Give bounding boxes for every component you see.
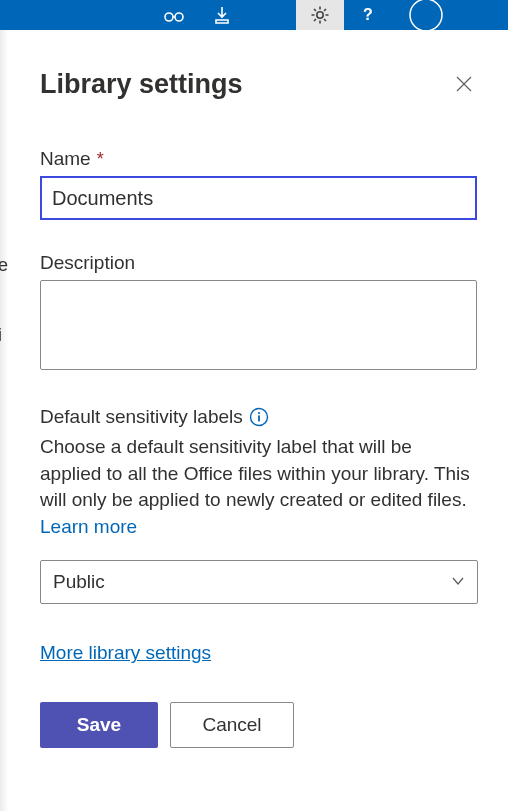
sensitivity-help-text: Choose a default sensitivity label that … — [40, 434, 478, 540]
description-input[interactable] — [40, 280, 477, 370]
save-button[interactable]: Save — [40, 702, 158, 748]
library-settings-panel: Library settings Name * Description Defa… — [0, 30, 508, 748]
info-icon[interactable] — [249, 407, 269, 427]
glasses-icon[interactable] — [150, 0, 198, 30]
help-icon[interactable]: ? — [344, 0, 392, 30]
description-label: Description — [40, 252, 480, 274]
name-label-text: Name — [40, 148, 91, 170]
svg-rect-4 — [258, 415, 260, 421]
description-field-block: Description — [40, 252, 480, 374]
name-label: Name * — [40, 148, 480, 170]
svg-point-3 — [258, 412, 260, 414]
download-icon[interactable] — [198, 0, 246, 30]
sensitivity-selected-value: Public — [53, 571, 105, 593]
sensitivity-label-text: Default sensitivity labels — [40, 406, 243, 428]
action-buttons: Save Cancel — [40, 702, 480, 748]
account-avatar[interactable] — [402, 0, 450, 30]
name-field-block: Name * — [40, 148, 480, 220]
sensitivity-field-block: Default sensitivity labels Choose a defa… — [40, 406, 480, 604]
sensitivity-dropdown[interactable]: Public — [40, 560, 478, 604]
more-library-settings-link[interactable]: More library settings — [40, 642, 211, 664]
name-input[interactable] — [40, 176, 477, 220]
learn-more-link[interactable]: Learn more — [40, 516, 137, 537]
close-icon — [455, 75, 473, 93]
background-fragment: ei — [0, 230, 8, 370]
cancel-button[interactable]: Cancel — [170, 702, 294, 748]
sensitivity-help-body: Choose a default sensitivity label that … — [40, 436, 470, 510]
svg-point-0 — [317, 12, 323, 18]
svg-point-1 — [410, 0, 442, 31]
chevron-down-icon — [451, 571, 465, 593]
panel-title: Library settings — [40, 69, 243, 100]
sensitivity-label: Default sensitivity labels — [40, 406, 480, 428]
close-button[interactable] — [448, 68, 480, 100]
gear-icon[interactable] — [296, 0, 344, 30]
app-header-bar: ? — [0, 0, 508, 30]
required-indicator: * — [97, 149, 104, 170]
